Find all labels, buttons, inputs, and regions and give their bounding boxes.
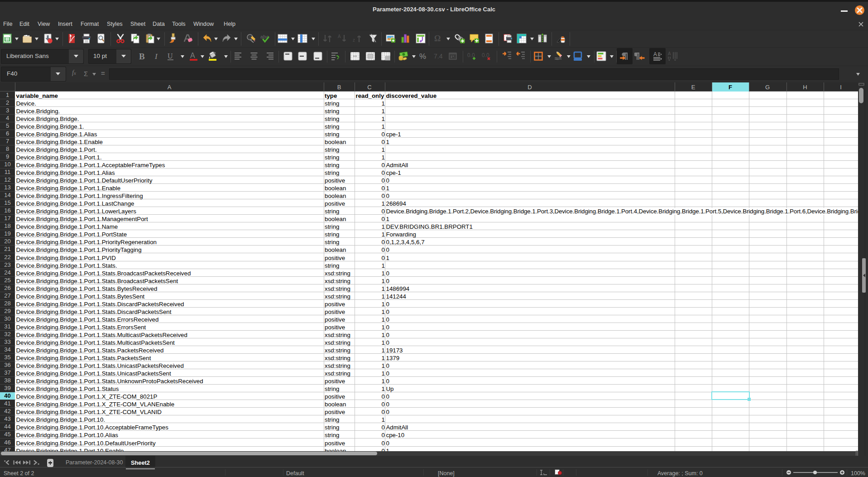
svg-text:U: U (168, 52, 173, 60)
svg-text:A: A (338, 34, 341, 39)
svg-text:A: A (190, 52, 195, 59)
svg-text:z: z (353, 38, 355, 43)
svg-text:A: A (668, 51, 671, 56)
svg-text:A: A (653, 51, 657, 58)
svg-text:Ω: Ω (434, 34, 441, 43)
svg-text:0.0: 0.0 (482, 52, 489, 58)
svg-text:I: I (154, 52, 158, 61)
svg-text:%: % (419, 52, 426, 61)
svg-text:B: B (139, 52, 145, 61)
svg-text:7.4: 7.4 (434, 53, 443, 60)
